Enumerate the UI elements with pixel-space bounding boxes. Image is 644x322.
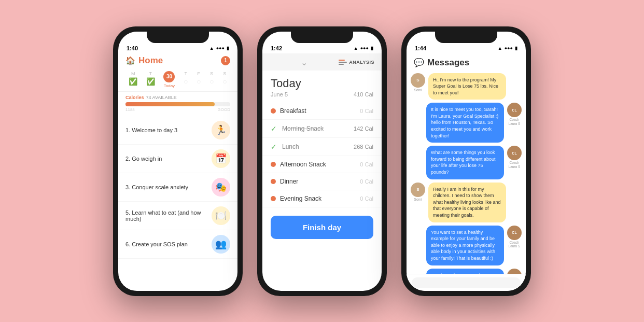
p1-header: 🏠 Home 1 — [118, 53, 237, 69]
calories-bar — [125, 102, 230, 106]
task-icon-3: 🎭 — [212, 178, 230, 197]
meal-name-lunch: Lunch — [282, 143, 299, 150]
time-2: 1:42 — [271, 45, 282, 51]
status-icons-2: ▲ ●●● ▮ — [354, 46, 373, 51]
avatar-somi-2: S — [411, 183, 425, 197]
bubble-somi-1: Hi, I'm new to the program! My Super Goa… — [428, 73, 506, 100]
calories-numbers: 1188 GOOD — [125, 107, 230, 112]
date-cal-row: June 5 410 Cal — [271, 91, 373, 97]
signal-icon-2: ●●● — [360, 46, 369, 51]
avatar-label-somi-1: Somi — [414, 88, 422, 92]
cal-dot-s: ○ — [209, 77, 214, 86]
avatar-coach-3: CL — [507, 226, 522, 240]
cal-day-s: S ○ — [209, 71, 214, 88]
notification-badge[interactable]: 1 — [221, 56, 230, 65]
task-6[interactable]: 6. Create your SOS plan 👥 — [118, 230, 237, 259]
message-input[interactable] — [412, 277, 521, 288]
avatar-somi-1: S — [411, 73, 425, 88]
meal-name-morning-snack: Morning Snack — [282, 125, 324, 132]
cal-day-thu: T ○ — [184, 71, 188, 88]
today-section: Today June 5 410 Cal — [262, 71, 382, 101]
wifi-icon-2: ▲ — [354, 46, 358, 51]
meal-afternoon-snack[interactable]: Afternoon Snack 0 Cal — [262, 156, 382, 173]
meal-name-dinner: Dinner — [280, 178, 298, 185]
meal-name-breakfast: Breakfast — [280, 107, 306, 115]
meal-breakfast[interactable]: Breakfast 0 Cal — [262, 103, 382, 120]
cal-day-m: M ✅ — [129, 71, 137, 88]
cal-dot-f: ○ — [197, 77, 201, 86]
msg-5: CL CoachLaura S You want to set a health… — [411, 226, 522, 265]
meal-cal-lunch: 268 Cal — [354, 144, 373, 150]
finish-day-button[interactable]: Finish day — [271, 216, 373, 239]
status-icons-3: ▲ ●●● ▮ — [498, 46, 517, 51]
battery-icon: ▮ — [227, 46, 229, 51]
time-3: 1:44 — [415, 45, 426, 51]
notch-3 — [435, 32, 497, 43]
calendar-week: M ✅ T ✅ 30 Today T ○ F ○ — [118, 69, 237, 92]
meal-dot-evening — [271, 196, 276, 201]
meal-cal-morning-snack: 142 Cal — [354, 125, 373, 132]
messages-title: Messages — [427, 58, 469, 68]
bubble-coach-2: What are some things you look forward to… — [426, 146, 504, 179]
today-title: Today — [271, 77, 373, 90]
msg-4: S Somi Really I am in this for my childr… — [411, 183, 522, 222]
message-input-bar — [407, 274, 526, 291]
meal-cal-dinner: 0 Cal — [360, 178, 373, 185]
avatar-label-somi-2: Somi — [414, 198, 422, 202]
msg-2: CL CoachLaura S It is nice to meet you t… — [411, 103, 522, 143]
meal-dinner[interactable]: Dinner 0 Cal — [262, 173, 382, 190]
meal-dot-afternoon — [271, 162, 276, 167]
wifi-icon-3: ▲ — [498, 46, 502, 51]
avatar-coach-2: CL — [507, 146, 522, 160]
calories-bar-fill — [125, 102, 215, 106]
dropdown-arrow[interactable]: ⌄ — [301, 58, 307, 67]
meal-name-afternoon-snack: Afternoon Snack — [280, 161, 326, 168]
total-calories: 410 Cal — [354, 91, 373, 97]
calories-section: Calories 74 AVAILABLE 1188 GOOD — [118, 92, 237, 114]
meal-cal-evening-snack: 0 Cal — [360, 195, 373, 202]
calories-label: Calories 74 AVAILABLE — [125, 95, 230, 100]
meal-evening-snack[interactable]: Evening Snack 0 Cal — [262, 190, 382, 207]
line-2 — [339, 62, 347, 63]
check-m: ✅ — [129, 77, 137, 86]
task-3[interactable]: 3. Conquer scale anxiety 🎭 — [118, 173, 237, 202]
cal-dot-su: ○ — [222, 77, 227, 86]
phone-2: 1:42 ▲ ●●● ▮ ⌄ ANALYSI — [257, 26, 387, 296]
phone-3: 1:44 ▲ ●●● ▮ 💬 Messages S Somi — [401, 26, 531, 296]
notch-2 — [291, 32, 353, 43]
bubble-somi-2: Really I am in this for my children. I n… — [428, 183, 506, 222]
check-morning-snack: ✓ — [271, 124, 277, 133]
cal-day-today[interactable]: 30 Today — [163, 71, 175, 88]
today-date: June 5 — [271, 91, 288, 97]
phones-container: 1:40 ▲ ●●● ▮ 🏠 Home 1 M ✅ — [113, 26, 531, 296]
task-5[interactable]: 5. Learn what to eat (and how much) 🍽️ — [118, 202, 237, 230]
task-1[interactable]: 1. Welcome to day 3 🏃 — [118, 116, 237, 145]
notch-1 — [147, 32, 209, 43]
task-icon-2: 📅 — [212, 149, 230, 168]
task-list: 1. Welcome to day 3 🏃 2. Go weigh in 📅 3… — [118, 114, 237, 261]
meal-dot-dinner — [271, 179, 276, 184]
cal-day-t: T ✅ — [146, 71, 155, 88]
meal-name-evening-snack: Evening Snack — [280, 195, 321, 202]
p2-header: ⌄ ANALYSIS — [262, 53, 382, 71]
meal-morning-snack[interactable]: ✓ Morning Snack 142 Cal — [262, 120, 382, 138]
messages-list: S Somi Hi, I'm new to the program! My Su… — [407, 71, 526, 291]
check-lunch: ✓ — [271, 143, 277, 151]
task-icon-1: 🏃 — [212, 121, 230, 139]
check-t: ✅ — [146, 77, 155, 86]
avatar-label-coach-2: CoachLaura S — [509, 161, 521, 169]
analysis-button[interactable]: ANALYSIS — [339, 60, 374, 65]
signal-icon: ●●● — [216, 46, 225, 51]
meal-dot-breakfast — [271, 108, 276, 114]
meal-lunch[interactable]: ✓ Lunch 268 Cal — [262, 138, 382, 156]
home-icon: 🏠 — [125, 56, 135, 65]
meal-cal-breakfast: 0 Cal — [360, 108, 373, 114]
avatar-label-coach-1: CoachLaura S — [509, 118, 521, 126]
signal-icon-3: ●●● — [505, 46, 513, 51]
home-label: Home — [138, 55, 163, 66]
meal-list: Breakfast 0 Cal ✓ Morning Snack 142 Cal … — [262, 101, 382, 209]
messages-header: 💬 Messages — [407, 53, 526, 71]
task-2[interactable]: 2. Go weigh in 📅 — [118, 145, 237, 173]
bubble-coach-1: It is nice to meet you too, Sarah! I'm L… — [426, 103, 504, 143]
home-title: 🏠 Home — [125, 55, 163, 66]
